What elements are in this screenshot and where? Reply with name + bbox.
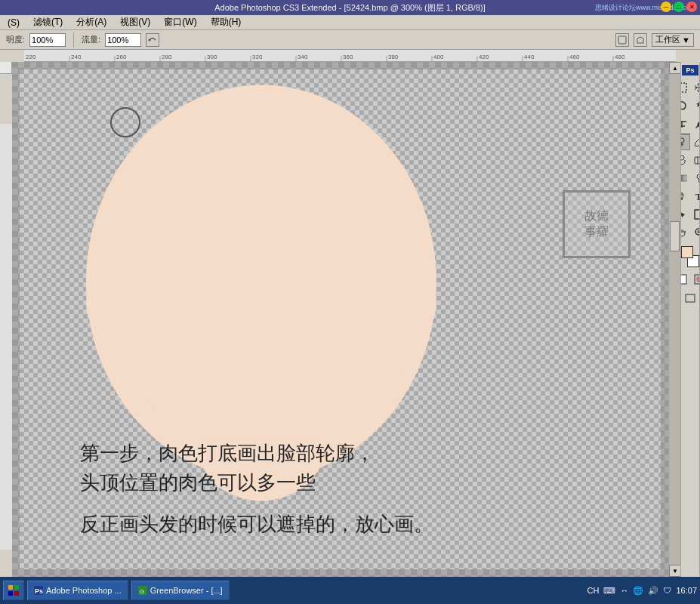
heal-tool[interactable] (680, 134, 690, 150)
svg-point-43 (697, 174, 701, 179)
separator-1 (73, 32, 74, 48)
ruler-corner (0, 62, 12, 74)
options-icon-2[interactable] (634, 33, 647, 47)
type-tool[interactable]: T (691, 188, 701, 205)
svg-text:440: 440 (524, 54, 535, 60)
vertical-ruler (0, 124, 12, 550)
svg-point-32 (86, 275, 130, 333)
horizontal-ruler: 220 240 260 280 300 320 340 360 380 400 (24, 50, 676, 62)
start-button[interactable] (3, 581, 24, 600)
menu-item-help[interactable]: 帮助(H) (206, 15, 246, 29)
taskbar-sound-icon: 🔊 (648, 586, 658, 596)
brush-tool[interactable] (691, 134, 701, 150)
lasso-tool[interactable] (680, 97, 690, 114)
svg-text:460: 460 (569, 54, 580, 60)
opacity-input[interactable] (29, 33, 66, 47)
svg-point-0 (149, 39, 151, 41)
options-icon-1[interactable] (615, 33, 629, 47)
close-button[interactable]: ✕ (686, 2, 697, 12)
svg-text:400: 400 (433, 54, 444, 60)
ps-taskbar-icon: Ps (34, 586, 43, 595)
taskbar-security-icon: 🛡 (663, 586, 671, 595)
eraser-tool[interactable] (691, 152, 701, 168)
move-tool[interactable] (691, 79, 701, 96)
minimize-button[interactable]: ─ (661, 2, 671, 12)
scroll-down-button[interactable]: ▼ (669, 565, 680, 577)
marquee-tool[interactable] (680, 79, 690, 96)
menu-item-analyze[interactable]: 分析(A) (72, 15, 111, 29)
crop-tool[interactable] (680, 116, 690, 132)
gradient-tool[interactable] (680, 170, 690, 186)
svg-text:380: 380 (388, 54, 399, 60)
text-line2: 头顶位置的肉色可以多一些 (80, 468, 433, 498)
svg-rect-54 (686, 294, 695, 302)
scroll-thumb-v[interactable] (670, 221, 680, 251)
options-bar: 明度: 流量: 工作区 ▼ (0, 30, 700, 50)
ps-taskbar-button[interactable]: Ps Adobe Photoshop ... (27, 581, 128, 600)
flow-input[interactable] (105, 33, 141, 47)
svg-text:260: 260 (116, 54, 127, 60)
main-area: 故德 事羅 第一步，肉色打底画出脸部轮廓， 头顶位置的肉色可以多一些 反正画头发… (0, 62, 700, 577)
workspace-dropdown[interactable]: 工作区 ▼ (652, 33, 694, 47)
svg-point-33 (393, 275, 436, 333)
title-bar: Adobe Photoshop CS3 Extended - [52424.bm… (0, 0, 700, 15)
menu-item-window[interactable]: 窗口(W) (159, 15, 201, 29)
maximize-button[interactable]: □ (674, 2, 684, 12)
svg-text:280: 280 (162, 54, 172, 60)
quick-mask-button[interactable] (691, 271, 701, 288)
svg-text:T: T (695, 192, 701, 202)
svg-point-36 (680, 138, 684, 143)
menu-item-filter[interactable]: 滤镜(T) (29, 15, 67, 29)
svg-text:300: 300 (207, 54, 217, 60)
taskbar-globe-icon: 🌐 (633, 586, 643, 596)
window-controls: ─ □ ✕ (661, 2, 697, 12)
canvas-area: 故德 事羅 第一步，肉色打底画出脸部轮廓， 头顶位置的肉色可以多一些 反正画头发… (12, 62, 680, 577)
taskbar-keyboard-icon: ⌨ (603, 586, 615, 596)
vertical-scrollbar: ▲ ▼ (668, 62, 680, 577)
svg-text:420: 420 (479, 54, 489, 60)
menu-item-view[interactable]: 视图(V) (116, 15, 155, 29)
dodge-tool[interactable] (691, 170, 701, 186)
window-title: Adobe Photoshop CS3 Extended - [52424.bm… (214, 2, 485, 14)
svg-rect-58 (14, 591, 19, 596)
pen-tool[interactable] (680, 188, 690, 205)
hand-tool[interactable] (680, 224, 690, 241)
text-line1: 第一步，肉色打底画出脸部轮廓， (80, 439, 433, 468)
opacity-label: 明度: (6, 34, 25, 45)
standard-mode-button[interactable] (680, 271, 690, 288)
clone-tool[interactable] (680, 152, 690, 168)
svg-rect-34 (680, 83, 686, 92)
svg-rect-57 (8, 591, 13, 596)
scroll-up-button[interactable]: ▲ (669, 62, 680, 74)
scroll-track-v[interactable] (669, 74, 680, 565)
magic-wand-tool[interactable] (691, 97, 701, 114)
start-icon (8, 584, 20, 596)
watermark-stamp: 故德 事羅 (563, 190, 631, 258)
brush-cursor (110, 107, 140, 137)
svg-point-39 (680, 156, 684, 160)
svg-rect-30 (0, 124, 12, 550)
browser-taskbar-icon: G (138, 586, 147, 595)
svg-text:G: G (140, 588, 144, 595)
taskbar-time: 16:07 (676, 586, 697, 595)
menu-item-s[interactable]: (S) (3, 17, 24, 29)
shape-tool[interactable] (691, 206, 701, 223)
browser-taskbar-button[interactable]: G GreenBrowser - [...] (131, 581, 230, 600)
airbrush-icon[interactable] (146, 33, 159, 47)
svg-text:Ps: Ps (35, 587, 43, 595)
ps-canvas: 故德 事羅 第一步，肉色打底画出脸部轮廓， 头顶位置的肉色可以多一些 反正画头发… (20, 69, 661, 569)
path-select-tool[interactable] (680, 206, 690, 223)
screen-mode-button[interactable] (682, 290, 698, 307)
svg-rect-51 (680, 275, 686, 284)
svg-rect-46 (695, 210, 701, 219)
ps-logo: Ps (682, 65, 698, 76)
toolbox: Ps (680, 62, 700, 577)
svg-text:340: 340 (298, 54, 308, 60)
instruction-text: 第一步，肉色打底画出脸部轮廓， 头顶位置的肉色可以多一些 反正画头发的时候可以遮… (80, 439, 433, 539)
taskbar-network-icon: ↔ (620, 586, 628, 595)
zoom-tool[interactable] (691, 224, 701, 241)
foreground-color-swatch[interactable] (681, 246, 693, 258)
eyedropper-tool[interactable] (691, 116, 701, 132)
taskbar-ch-icon: CH (587, 586, 600, 595)
svg-rect-1 (618, 36, 626, 44)
